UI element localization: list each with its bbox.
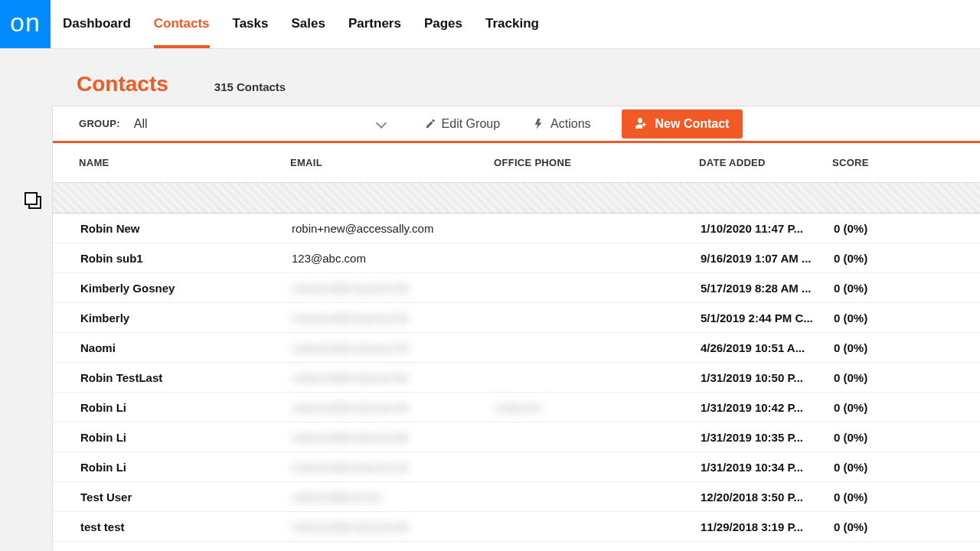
chevron-down-icon bbox=[376, 117, 387, 128]
new-contact-label: New Contact bbox=[655, 117, 730, 131]
table-body: Robin Newrobin+new@accessally.com1/10/20… bbox=[53, 214, 980, 551]
cell-name: Robin Li bbox=[80, 401, 292, 414]
cell-name: Robin sub1 bbox=[80, 252, 292, 265]
cell-email: robin+new@accessally.com bbox=[292, 222, 495, 235]
cell-email: 123@abc.com bbox=[292, 252, 495, 265]
cell-score: 0 (0%) bbox=[834, 222, 926, 235]
cell-name: Kimberly Gosney bbox=[80, 282, 292, 295]
cell-score: 0 (0%) bbox=[834, 431, 926, 444]
cell-name: test test bbox=[80, 520, 292, 533]
nav-item-partners[interactable]: Partners bbox=[348, 1, 401, 48]
nav-item-sales[interactable]: Sales bbox=[291, 1, 325, 48]
cell-date: 1/31/2019 10:50 P... bbox=[701, 371, 834, 384]
app-logo[interactable]: on bbox=[0, 0, 51, 48]
cell-date: 1/31/2019 10:35 P... bbox=[701, 431, 834, 444]
svg-rect-1 bbox=[25, 193, 37, 204]
table-row[interactable]: Kimberlyredacted@redacted.tld5/1/2019 2:… bbox=[53, 303, 980, 333]
add-user-icon bbox=[635, 118, 648, 130]
cell-date: 9/16/2019 1:07 AM ... bbox=[701, 252, 834, 265]
main-nav: DashboardContactsTasksSalesPartnersPages… bbox=[51, 0, 539, 48]
table-row[interactable]: Robin Liredacted@redacted.tld1/31/2019 1… bbox=[53, 422, 980, 452]
cell-score: 0 (0%) bbox=[834, 282, 926, 295]
cell-date: 4/26/2019 10:51 A... bbox=[701, 341, 834, 354]
toolbar: GROUP: All Edit Group Actions New Contac… bbox=[53, 106, 980, 143]
table-row[interactable]: Robin Newrobin+new@accessally.com1/10/20… bbox=[53, 214, 980, 243]
table-row[interactable]: Alex Test11/26/2018 6:11 P...0 (0%) bbox=[53, 542, 980, 551]
cell-name: Robin Li bbox=[80, 461, 292, 474]
topbar: on DashboardContactsTasksSalesPartnersPa… bbox=[0, 0, 980, 49]
cell-email: redacted@redacted.tld bbox=[292, 520, 495, 533]
cell-score: 0 (0%) bbox=[834, 520, 926, 533]
cell-score: 0 (0%) bbox=[834, 491, 926, 504]
table-row[interactable]: Robin Liredacted@redacted.tld1/31/2019 1… bbox=[53, 452, 980, 482]
nav-item-pages[interactable]: Pages bbox=[424, 1, 462, 48]
cell-name: Naomi bbox=[80, 341, 292, 354]
cell-name: Test User bbox=[80, 491, 292, 504]
cell-score: 0 (0%) bbox=[834, 311, 926, 324]
actions-button[interactable]: Actions bbox=[528, 112, 596, 135]
pencil-icon bbox=[425, 119, 436, 129]
table-row[interactable]: test testredacted@redacted.tld11/29/2018… bbox=[53, 512, 980, 542]
cell-date: 12/20/2018 3:50 P... bbox=[701, 491, 834, 504]
col-header-phone[interactable]: OFFICE PHONE bbox=[494, 157, 699, 168]
nav-item-dashboard[interactable]: Dashboard bbox=[63, 1, 131, 48]
cell-date: 1/31/2019 10:42 P... bbox=[701, 401, 834, 414]
cell-email: redacted@redacted.tld bbox=[292, 461, 495, 474]
table-row[interactable]: Robin TestLastredacted@redacted.tld1/31/… bbox=[53, 363, 980, 393]
table-row[interactable]: Kimberly Gosneyredacted@redacted.tld5/17… bbox=[53, 273, 980, 303]
cell-email: redacted@redacted.tld bbox=[292, 282, 495, 295]
select-all-button[interactable] bbox=[23, 191, 44, 212]
cell-email: redacted@redacted.tld bbox=[292, 341, 495, 354]
nav-item-tracking[interactable]: Tracking bbox=[485, 1, 539, 48]
app-logo-text: on bbox=[10, 8, 41, 37]
cell-date: 1/10/2020 11:47 P... bbox=[701, 222, 834, 235]
cell-date: 1/31/2019 10:34 P... bbox=[701, 461, 834, 474]
table-header: NAME EMAIL OFFICE PHONE DATE ADDED SCORE bbox=[53, 143, 980, 183]
col-header-date[interactable]: DATE ADDED bbox=[699, 157, 832, 168]
cell-score: 0 (0%) bbox=[834, 401, 926, 414]
nav-item-contacts[interactable]: Contacts bbox=[154, 1, 210, 48]
cell-name: Kimberly bbox=[80, 311, 292, 324]
cell-score: 0 (0%) bbox=[834, 341, 926, 354]
cell-phone: redacted bbox=[495, 401, 701, 414]
group-label: GROUP: bbox=[79, 118, 120, 129]
cell-name: Robin TestLast bbox=[80, 371, 292, 384]
cell-date: 5/17/2019 8:28 AM ... bbox=[701, 282, 834, 295]
select-all-icon bbox=[23, 191, 44, 212]
nav-item-tasks[interactable]: Tasks bbox=[233, 1, 269, 48]
actions-label: Actions bbox=[550, 117, 590, 131]
contact-count: 315 Contacts bbox=[214, 80, 286, 93]
group-select-value: All bbox=[134, 117, 148, 131]
table-row[interactable]: Naomiredacted@redacted.tld4/26/2019 10:5… bbox=[53, 333, 980, 363]
page-header: Contacts 315 Contacts bbox=[0, 49, 980, 106]
table-row[interactable]: Test Userredacted@red.tld12/20/2018 3:50… bbox=[53, 482, 980, 512]
table-row[interactable]: Robin Liredacted@redacted.tldredacted1/3… bbox=[53, 393, 980, 422]
page-title: Contacts bbox=[77, 72, 168, 96]
cell-date: 5/1/2019 2:44 PM C... bbox=[701, 311, 834, 324]
cell-email: redacted@red.tld bbox=[292, 491, 495, 504]
bolt-icon bbox=[534, 119, 544, 129]
group-select[interactable]: All bbox=[134, 117, 385, 131]
edit-group-button[interactable]: Edit Group bbox=[419, 112, 506, 135]
edit-group-label: Edit Group bbox=[442, 117, 500, 131]
cell-email: redacted@redacted.tld bbox=[292, 431, 495, 444]
cell-email: redacted@redacted.tld bbox=[292, 371, 495, 384]
col-header-name[interactable]: NAME bbox=[79, 157, 290, 168]
cell-date: 11/29/2018 3:19 P... bbox=[701, 520, 834, 533]
cell-email: redacted@redacted.tld bbox=[292, 311, 495, 324]
cell-score: 0 (0%) bbox=[834, 461, 926, 474]
col-header-score[interactable]: SCORE bbox=[832, 157, 924, 168]
cell-score: 0 (0%) bbox=[834, 371, 926, 384]
cell-email: redacted@redacted.tld bbox=[292, 401, 495, 414]
table-row[interactable]: Robin sub1123@abc.com9/16/2019 1:07 AM .… bbox=[53, 243, 980, 273]
cell-name: Robin New bbox=[80, 222, 292, 235]
new-contact-button[interactable]: New Contact bbox=[622, 109, 743, 139]
contacts-card: GROUP: All Edit Group Actions New Contac… bbox=[52, 106, 980, 551]
cell-name: Robin Li bbox=[80, 431, 292, 444]
page-body: Contacts 315 Contacts GROUP: All Edit Gr… bbox=[0, 49, 980, 551]
cell-score: 0 (0%) bbox=[834, 252, 926, 265]
col-header-email[interactable]: EMAIL bbox=[290, 157, 494, 168]
filter-row[interactable] bbox=[53, 183, 980, 214]
